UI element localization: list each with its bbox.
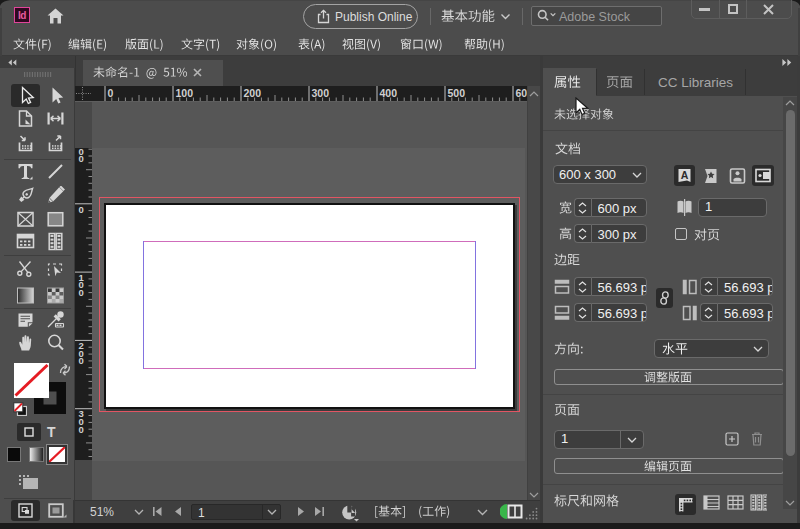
svg-text:A: A [681,169,689,181]
